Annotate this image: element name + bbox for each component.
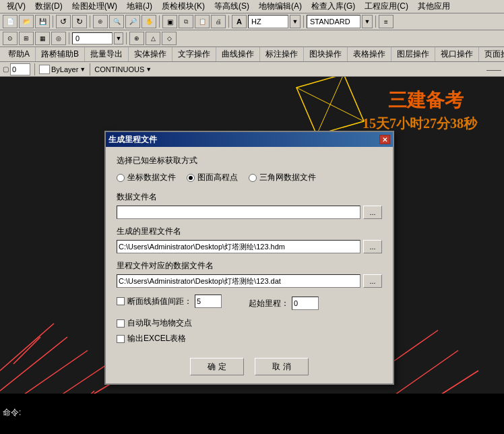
field1-input[interactable] xyxy=(117,206,360,219)
menu-contour[interactable]: 等高线(S) xyxy=(210,0,253,13)
sep10 xyxy=(90,63,90,75)
start-input[interactable] xyxy=(292,297,319,310)
sub-mark[interactable]: 标注操作 xyxy=(260,47,304,61)
linetype-control: CONTINUOUS ▼ xyxy=(94,65,152,73)
tb-ortho[interactable]: ⊞ xyxy=(19,32,34,45)
sep4 xyxy=(228,16,229,28)
field2-input[interactable] xyxy=(117,240,360,253)
checkbox1-row: 断面线插值间距： xyxy=(117,294,222,308)
font-select[interactable]: HZ xyxy=(248,15,288,28)
cancel-button[interactable]: 取 消 xyxy=(255,358,309,375)
tb-pan[interactable]: ✋ xyxy=(141,15,156,28)
sep6 xyxy=(375,16,376,28)
section1-label: 选择已知坐标获取方式 xyxy=(117,155,382,166)
tb-text[interactable]: A xyxy=(232,15,247,28)
tb-zoom-extents[interactable]: ⊕ xyxy=(93,15,108,28)
sub-symbol[interactable]: 图块操作 xyxy=(304,47,348,61)
sub-text[interactable]: 文字操作 xyxy=(172,47,216,61)
field2-label: 生成的里程文件名 xyxy=(117,226,382,237)
menu-view[interactable]: 视(V) xyxy=(3,0,30,13)
sep9 xyxy=(34,63,35,75)
generate-mileage-dialog: 生成里程文件 ✕ 选择已知坐标获取方式 坐标数据文件 图面高程点 三角网数据文件 xyxy=(104,131,394,385)
tb-zoom-out[interactable]: 🔎 xyxy=(125,15,140,28)
menu-check[interactable]: 检查入库(G) xyxy=(307,0,359,13)
radio-circle-contour xyxy=(187,174,195,182)
menu-terrain[interactable]: 地物编辑(A) xyxy=(255,0,306,13)
style-dropdown[interactable]: ▼ xyxy=(362,15,373,28)
radio-circle-coord xyxy=(117,174,125,182)
tb-undo[interactable]: ↺ xyxy=(56,15,71,28)
checkbox1[interactable] xyxy=(117,297,125,305)
dialog-title: 生成里程文件 xyxy=(108,134,157,146)
start-mileage-group: 起始里程： xyxy=(249,297,319,310)
tb-snap3[interactable]: △ xyxy=(146,32,160,45)
tb-new[interactable]: 📄 xyxy=(3,15,18,28)
layer-dropdown-btn[interactable]: ▼ xyxy=(114,32,123,44)
lineweight-label: —— xyxy=(486,65,501,73)
tb-grid[interactable]: ▦ xyxy=(35,32,50,45)
sub-table[interactable]: 表格操作 xyxy=(348,47,391,61)
sep2 xyxy=(90,16,90,28)
tb-rect[interactable]: ▣ xyxy=(162,15,177,28)
checkbox2[interactable] xyxy=(117,319,125,328)
menu-drawing[interactable]: 绘图处理(W) xyxy=(68,0,121,13)
checkbox3[interactable] xyxy=(117,335,125,343)
layer-control: ▢ xyxy=(3,63,30,75)
tb-paste[interactable]: 📋 xyxy=(195,15,210,28)
linetype-dropdown-btn[interactable]: ▼ xyxy=(146,66,152,73)
style-select[interactable]: STANDARD xyxy=(307,15,360,28)
command-input-row: 命令: xyxy=(3,407,501,418)
dialog-close-button[interactable]: ✕ xyxy=(379,135,390,144)
sub-help[interactable]: 帮助A xyxy=(3,47,36,61)
layer-dropdown[interactable]: 0 xyxy=(72,32,113,44)
field3-input[interactable] xyxy=(117,274,360,288)
browse2-button[interactable]: ... xyxy=(363,240,382,253)
field3-row: ... xyxy=(117,274,382,288)
radio-contour-point[interactable]: 图面高程点 xyxy=(187,172,238,183)
field1-row: ... xyxy=(117,206,382,219)
tb-snap[interactable]: ⊙ xyxy=(3,32,18,45)
sub-page[interactable]: 页面操作 xyxy=(479,47,504,61)
menu-data[interactable]: 数据(D) xyxy=(31,0,67,13)
color-dropdown-btn[interactable]: ▼ xyxy=(80,66,86,73)
field3-label: 里程文件对应的数据文件名 xyxy=(117,260,382,272)
interval-input[interactable] xyxy=(195,294,222,308)
menu-other[interactable]: 其他应用 xyxy=(414,0,454,13)
tb-redo[interactable]: ↻ xyxy=(72,15,87,28)
radio-group: 坐标数据文件 图面高程点 三角网数据文件 xyxy=(117,172,382,183)
linetype-label: CONTINUOUS xyxy=(94,65,144,73)
field2-row: ... xyxy=(117,240,382,253)
start-label: 起始里程： xyxy=(249,298,289,309)
tb-copy[interactable]: ⧉ xyxy=(179,15,193,28)
radio-coord-file[interactable]: 坐标数据文件 xyxy=(117,172,176,183)
tb-open[interactable]: 📂 xyxy=(19,15,34,28)
menu-ground[interactable]: 地籍(J) xyxy=(123,0,156,13)
subtoolbar: 帮助A 路桥辅助B 批量导出 实体操作 文字操作 曲线操作 标注操作 图块操作 … xyxy=(0,47,504,62)
sub-window[interactable]: 视口操作 xyxy=(435,47,479,61)
browse3-button[interactable]: ... xyxy=(363,274,382,288)
sub-bridge[interactable]: 路桥辅助B xyxy=(36,47,85,61)
sub-curve[interactable]: 曲线操作 xyxy=(216,47,260,61)
ok-button[interactable]: 确 定 xyxy=(190,358,244,375)
sub-batch[interactable]: 批量导出 xyxy=(85,47,129,61)
sub-solid[interactable]: 实体操作 xyxy=(129,47,172,61)
tb-save[interactable]: 💾 xyxy=(35,15,50,28)
command-input[interactable] xyxy=(24,408,501,418)
tb-zoom-in[interactable]: 🔍 xyxy=(109,15,124,28)
radio-circle-tin xyxy=(249,174,257,182)
tb-snap2[interactable]: ⊕ xyxy=(129,32,144,45)
tb-polar[interactable]: ◎ xyxy=(51,32,66,45)
menu-quality[interactable]: 质检模块(K) xyxy=(158,0,209,13)
browse1-button[interactable]: ... xyxy=(363,206,382,219)
tb-print[interactable]: 🖨 xyxy=(211,15,226,28)
command-area: 命令: xyxy=(0,394,504,434)
font-dropdown[interactable]: ▼ xyxy=(290,15,301,28)
sub-layer[interactable]: 图层操作 xyxy=(391,47,435,61)
radio-tin-file[interactable]: 三角网数据文件 xyxy=(249,172,316,183)
dialog-body: 选择已知坐标获取方式 坐标数据文件 图面高程点 三角网数据文件 数据文件名 xyxy=(106,147,393,383)
sep1 xyxy=(53,16,53,28)
menu-project[interactable]: 工程应用(C) xyxy=(360,0,412,13)
tb-snap4[interactable]: ◇ xyxy=(162,32,177,45)
layer-input[interactable] xyxy=(10,63,30,75)
tb-extra[interactable]: ≡ xyxy=(379,15,393,28)
